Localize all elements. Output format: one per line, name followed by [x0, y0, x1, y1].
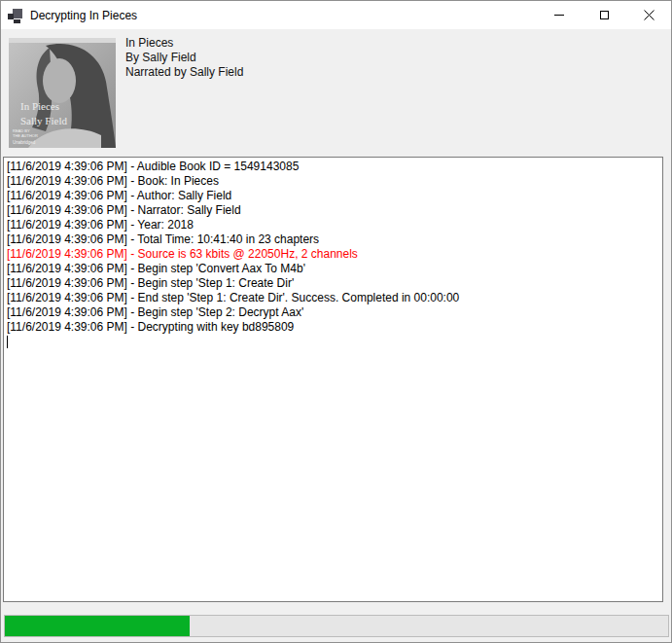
log-output[interactable]: [11/6/2019 4:39:06 PM] - Audible Book ID…	[3, 157, 663, 602]
log-line: [11/6/2019 4:39:06 PM] - Book: In Pieces	[7, 174, 660, 189]
close-button[interactable]	[626, 2, 671, 29]
cover-edition: Unabridged	[13, 140, 36, 145]
progress-fill	[5, 616, 190, 636]
log-line: [11/6/2019 4:39:06 PM] - Begin step 'Ste…	[7, 305, 660, 320]
log-line: [11/6/2019 4:39:06 PM] - Decrypting with…	[7, 320, 660, 335]
log-lines: [11/6/2019 4:39:06 PM] - Audible Book ID…	[7, 160, 660, 335]
titlebar: Decrypting In Pieces	[1, 1, 671, 29]
book-info: In Pieces By Sally Field Narrated by Sal…	[125, 36, 243, 80]
log-line: [11/6/2019 4:39:06 PM] - Begin step 'Ste…	[7, 276, 660, 291]
cover-title: In Pieces	[20, 100, 59, 112]
window-title: Decrypting In Pieces	[30, 9, 137, 22]
log-line: [11/6/2019 4:39:06 PM] - Begin step 'Con…	[7, 262, 660, 276]
log-line: [11/6/2019 4:39:06 PM] - Source is 63 kb…	[7, 247, 660, 262]
app-icon	[7, 8, 22, 23]
text-caret	[7, 336, 8, 348]
log-line: [11/6/2019 4:39:06 PM] - Narrator: Sally…	[7, 203, 660, 218]
minimize-icon	[554, 15, 564, 16]
close-icon	[644, 10, 654, 20]
book-cover-art: In Pieces Sally Field READ BY THE AUTHOR…	[9, 38, 116, 148]
log-line: [11/6/2019 4:39:06 PM] - Year: 2018	[7, 218, 660, 232]
book-title: In Pieces	[125, 36, 243, 51]
cover-readby-2: THE AUTHOR	[13, 133, 38, 138]
maximize-icon	[600, 11, 609, 19]
book-author: By Sally Field	[125, 51, 243, 65]
log-line: [11/6/2019 4:39:06 PM] - Total Time: 10:…	[7, 232, 660, 247]
log-line: [11/6/2019 4:39:06 PM] - End step 'Step …	[7, 291, 660, 305]
book-narrator: Narrated by Sally Field	[125, 65, 243, 80]
log-line: [11/6/2019 4:39:06 PM] - Author: Sally F…	[7, 189, 660, 203]
maximize-button[interactable]	[582, 2, 626, 29]
cover-author: Sally Field	[20, 115, 67, 126]
minimize-button[interactable]	[537, 2, 582, 29]
log-line: [11/6/2019 4:39:06 PM] - Audible Book ID…	[7, 160, 660, 174]
progress-bar	[4, 615, 669, 637]
app-window: Decrypting In Pieces I	[0, 0, 672, 643]
